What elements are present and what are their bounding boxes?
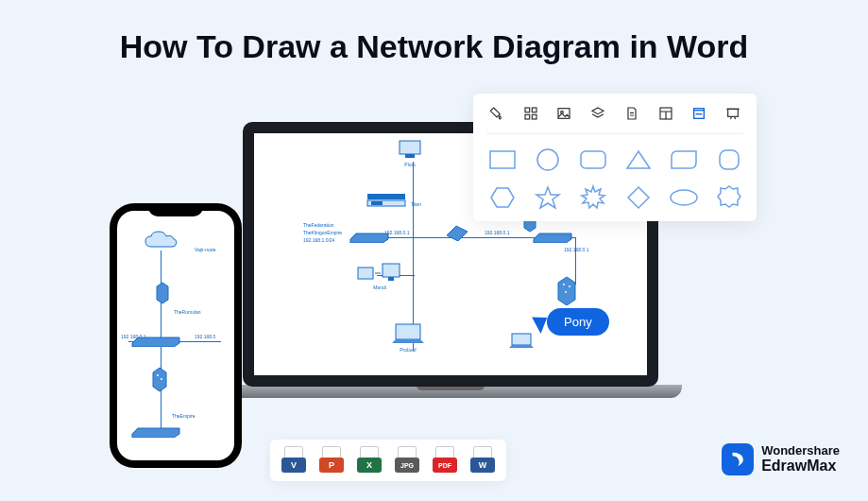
node-switch-phone-2	[130, 426, 181, 438]
node-switch	[532, 232, 573, 243]
svg-rect-11	[581, 151, 605, 168]
shape-rounded-rect[interactable]	[577, 146, 609, 174]
export-pdf[interactable]: PDF	[433, 446, 457, 475]
node-label: TheFederation	[303, 222, 334, 228]
svg-point-13	[671, 190, 697, 205]
node-proboof: Proboof	[390, 322, 426, 353]
svg-rect-2	[525, 114, 530, 119]
svg-point-23	[563, 284, 565, 285]
svg-point-25	[565, 291, 567, 293]
node-server	[155, 281, 170, 305]
svg-rect-1	[532, 108, 536, 112]
svg-point-27	[157, 374, 159, 376]
svg-rect-15	[405, 154, 415, 158]
image-icon[interactable]	[553, 103, 574, 124]
shape-rectangle[interactable]	[486, 146, 519, 174]
brand-line-1: Wondershare	[761, 444, 840, 458]
page-title: How To Draw a Network Diagram in Word	[0, 0, 868, 65]
svg-rect-22	[396, 324, 420, 339]
node-laptop-2	[507, 332, 536, 349]
node-cloud	[144, 230, 178, 250]
shape-tab[interactable]	[668, 146, 700, 174]
svg-point-28	[161, 378, 162, 380]
shape-ellipse[interactable]	[668, 183, 700, 212]
node-label: TheKlingonEmpire	[303, 230, 342, 235]
node-router-1	[443, 222, 471, 241]
node-label: TheRomulan	[174, 309, 201, 315]
node-label: Proboof	[400, 347, 417, 353]
svg-rect-18	[371, 201, 383, 205]
node-mandi: Mandi	[356, 262, 403, 290]
shapes-toolbar-panel	[473, 94, 757, 221]
svg-rect-16	[367, 194, 405, 199]
brand-text: Wondershare EdrawMax	[761, 444, 840, 475]
node-switch-2	[349, 232, 390, 243]
connector-line	[413, 162, 414, 237]
ip-label: 192.168.0.1	[564, 247, 588, 252]
export-word[interactable]: W	[470, 446, 495, 475]
node-label: TheEmpire	[172, 413, 195, 419]
node-federation: TheFederation TheKlingonEmpire 192.168.1…	[303, 220, 342, 243]
svg-rect-3	[532, 114, 536, 119]
presentation-icon[interactable]	[723, 103, 743, 124]
export-excel[interactable]: X	[357, 446, 382, 475]
node-label: Vajir-node	[195, 247, 215, 252]
layout-icon[interactable]	[655, 103, 676, 124]
cursor-label-group: Pony	[536, 308, 609, 336]
shape-seal[interactable]	[713, 183, 745, 212]
node-label: Titan	[411, 201, 421, 207]
svg-rect-0	[525, 108, 530, 112]
shape-rounded-square[interactable]	[713, 146, 745, 174]
svg-rect-8	[728, 109, 739, 116]
svg-rect-20	[383, 264, 400, 277]
svg-rect-14	[400, 141, 420, 154]
brand-line-2: EdrawMax	[761, 458, 840, 475]
cursor-bubble: Pony	[547, 308, 609, 336]
export-formats-row: V P X JPG PDF W	[270, 440, 506, 481]
node-label: Mandi	[373, 285, 386, 290]
svg-rect-21	[388, 277, 394, 281]
brand-logo-icon	[722, 443, 754, 475]
shapes-grid	[486, 134, 743, 212]
shape-diamond[interactable]	[622, 183, 655, 212]
fill-icon[interactable]	[486, 103, 507, 124]
svg-rect-12	[720, 150, 739, 169]
export-jpg[interactable]: JPG	[395, 446, 419, 475]
svg-rect-26	[512, 334, 531, 345]
shape-hexagon[interactable]	[486, 183, 519, 212]
node-server-2	[151, 366, 168, 392]
svg-rect-4	[558, 109, 570, 119]
shape-star[interactable]	[532, 183, 564, 212]
node-switch-phone	[130, 336, 181, 347]
shape-triangle[interactable]	[622, 146, 655, 174]
laptop-base	[219, 385, 682, 398]
phone-notch	[148, 203, 203, 216]
page-icon[interactable]	[621, 103, 642, 124]
node-label: Pluto	[404, 162, 415, 167]
phone-mockup: Vajir-node TheRomulan 192.168.0.1 192.16…	[110, 203, 242, 468]
node-server-stack	[556, 275, 577, 305]
shape-burst[interactable]	[577, 183, 609, 212]
node-ip: 192.168.1.0/24	[303, 237, 334, 243]
shape-circle[interactable]	[532, 146, 564, 174]
brand-lockup: Wondershare EdrawMax	[722, 443, 840, 475]
container-icon[interactable]	[689, 103, 709, 124]
layers-icon[interactable]	[587, 103, 608, 124]
export-powerpoint[interactable]: P	[319, 446, 344, 475]
hero-composition: Pluto Titan TheFederation TheKlingonEmpi…	[0, 82, 868, 498]
phone-screen: Vajir-node TheRomulan 192.168.0.1 192.16…	[117, 211, 234, 460]
grid-icon[interactable]	[520, 103, 541, 124]
ip-label: 192.168.0.1	[485, 230, 509, 235]
node-pluto: Pluto	[396, 139, 424, 167]
export-visio[interactable]: V	[281, 446, 306, 475]
svg-rect-19	[358, 268, 373, 279]
svg-rect-9	[490, 151, 515, 168]
svg-point-10	[537, 149, 558, 170]
node-titan: Titan	[366, 192, 407, 213]
svg-point-24	[569, 285, 570, 287]
ip-label: 192.168.0	[195, 334, 215, 339]
tool-icon-row	[486, 103, 743, 134]
